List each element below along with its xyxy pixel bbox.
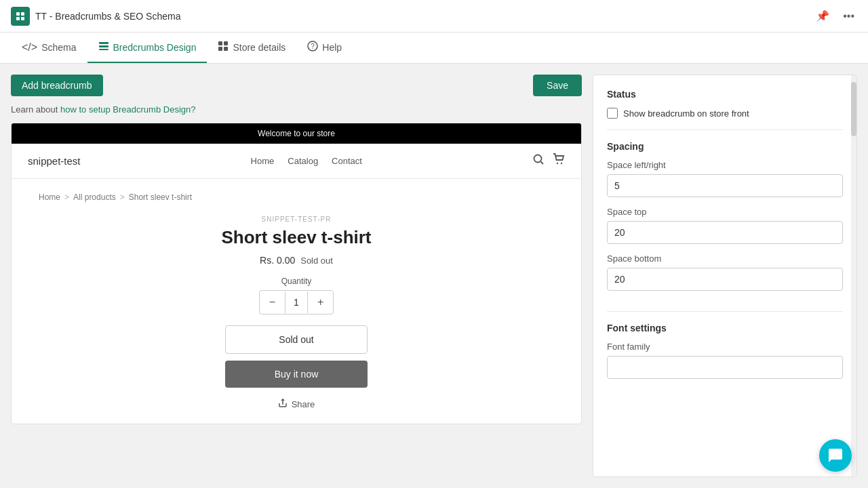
sold-out-button[interactable]: Sold out [225,325,368,354]
space-top-label: Space top [607,207,843,217]
tab-breadcrumbs-design[interactable]: Bredcrumbs Design [87,33,208,63]
share-label: Share [292,399,315,409]
help-icon: ? [307,41,318,54]
svg-point-13 [534,155,541,163]
store-welcome-bar: Welcome to our store [12,123,581,144]
qty-decrease-button[interactable]: − [260,291,285,314]
pin-button[interactable]: 📌 [813,7,832,25]
share-button[interactable]: Share [278,399,315,410]
add-breadcrumb-button[interactable]: Add breadcrumb [11,75,103,96]
qty-value: 1 [285,291,308,313]
quantity-section: Quantity − 1 + [39,277,554,314]
schema-icon: </> [22,41,37,54]
svg-rect-10 [224,47,228,51]
app-icon [11,7,30,26]
svg-line-14 [540,162,543,165]
top-bar-left: TT - Breadcrumbs & SEO Schema [11,7,180,26]
product-title: Short sleev t-shirt [39,227,554,248]
svg-point-16 [561,163,562,164]
learn-link[interactable]: how to setup Breadcrumb Design? [60,104,195,115]
space-bottom-label: Space bottom [607,253,843,264]
space-top-input[interactable] [607,221,843,244]
store-body: Home > All products > Short sleev t-shir… [12,179,581,424]
nav-home[interactable]: Home [251,156,275,166]
divider-2 [607,311,843,312]
top-bar: TT - Breadcrumbs & SEO Schema 📌 ••• [0,0,868,33]
store-logo: snippet-test [28,155,81,167]
app-title: TT - Breadcrumbs & SEO Schema [35,11,180,22]
font-settings-title: Font settings [607,323,843,333]
action-bar: Add breadcrumb Save [11,75,582,96]
svg-point-15 [557,163,558,164]
status-section-title: Status [607,89,843,100]
show-breadcrumb-checkbox[interactable] [607,108,618,119]
font-family-input[interactable] [607,356,843,379]
store-icons [532,153,565,169]
breadcrumb-sep-1: > [64,192,69,202]
breadcrumb-all-products[interactable]: All products [73,192,116,202]
tab-help[interactable]: ? Help [296,33,353,63]
product-brand: SNIPPET-TEST-PR [39,216,554,223]
store-nav: Home Catalog Contact [251,156,362,166]
tab-store-details[interactable]: Store details [207,33,296,63]
cart-icon[interactable] [553,153,565,169]
scrollbar-thumb[interactable] [851,82,856,136]
space-lr-label: Space left/right [607,160,843,170]
buy-now-button[interactable]: Buy it now [225,361,368,388]
svg-text:?: ? [311,43,315,50]
price-value: Rs. 0.00 [260,255,295,266]
svg-rect-4 [99,42,108,44]
nav-tabs: </> Schema Bredcrumbs Design Store detai… [0,33,868,64]
divider-1 [607,129,843,130]
show-breadcrumb-label[interactable]: Show breadcrumb on store front [623,108,749,119]
content-area: Add breadcrumb Save Learn about how to s… [0,64,868,488]
layers-icon [98,41,109,54]
svg-rect-3 [21,17,24,20]
scrollbar-track [851,75,856,476]
quantity-ctrl: − 1 + [259,290,334,314]
breadcrumb-home[interactable]: Home [39,192,60,202]
space-lr-input[interactable] [607,174,843,197]
show-breadcrumb-row: Show breadcrumb on store front [607,108,843,119]
chat-bubble-button[interactable] [819,439,852,472]
svg-rect-7 [218,41,222,45]
learn-text: Learn about how to setup Breadcrumb Desi… [11,104,582,115]
font-family-label: Font family [607,342,843,352]
nav-catalog[interactable]: Catalog [288,156,318,166]
save-button[interactable]: Save [533,75,582,96]
nav-contact[interactable]: Contact [332,156,362,166]
svg-rect-5 [99,45,108,47]
svg-rect-2 [16,17,20,20]
breadcrumb-sep-2: > [120,192,125,202]
svg-rect-6 [99,49,108,50]
settings-panel: Status Show breadcrumb on store front Sp… [593,75,856,476]
share-icon [278,399,288,410]
right-panel: Status Show breadcrumb on store front Sp… [593,75,857,477]
store-header: snippet-test Home Catalog Contact [12,144,581,179]
store-preview: Welcome to our store snippet-test Home C… [11,123,582,424]
svg-rect-0 [16,12,20,16]
top-bar-right: 📌 ••• [813,7,857,25]
breadcrumb: Home > All products > Short sleev t-shir… [39,192,554,202]
tab-schema[interactable]: </> Schema [11,33,87,63]
product-price: Rs. 0.00 Sold out [39,255,554,266]
spacing-section-title: Spacing [607,141,843,152]
breadcrumb-current: Short sleev t-shirt [129,192,192,202]
space-bottom-input[interactable] [607,268,843,291]
more-button[interactable]: ••• [840,7,857,25]
grid-icon [218,41,229,54]
svg-rect-9 [218,47,222,51]
svg-rect-1 [21,12,24,16]
search-icon[interactable] [532,153,545,169]
sold-out-badge: Sold out [300,256,333,266]
qty-increase-button[interactable]: + [308,291,333,314]
svg-rect-8 [224,41,228,45]
left-panel: Add breadcrumb Save Learn about how to s… [11,75,582,477]
quantity-label: Quantity [39,277,554,286]
